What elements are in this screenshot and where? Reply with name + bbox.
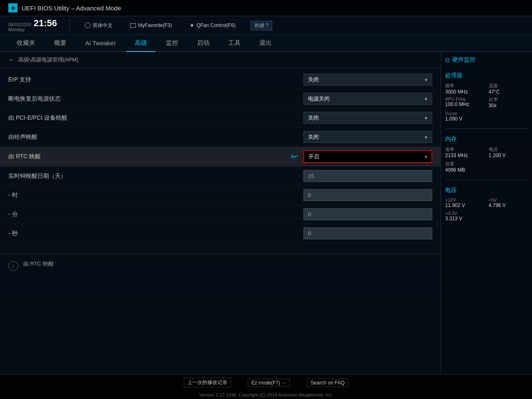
rtc-wake-select[interactable]: 开启 关闭 (303, 150, 432, 163)
rtc-wake-label: 由 RTC 映醒 (8, 153, 291, 160)
sidebar-divider-2 (445, 180, 528, 180)
tab-exit[interactable]: 退出 (251, 35, 280, 51)
rtc-second-label: - 秒 (8, 230, 303, 237)
freq-value: 3000 MHz (445, 89, 485, 95)
window-title: UEFI BIOS Utility – Advanced Mode (22, 5, 121, 12)
setting-row-power-restore: 断电恢复后电源状态 电源关闭 (0, 89, 441, 108)
tab-advanced[interactable]: 高级 (126, 35, 155, 52)
title-bar: ⊞ UEFI BIOS Utility – Advanced Mode (0, 0, 532, 16)
ez-mode-button[interactable]: Ez mode(F7) → (248, 379, 291, 387)
voltage-grid: +12V 11.902 V +5V 4.796 V (445, 197, 528, 208)
nav-tabs: 收藏夹 概要 Ai Tweaker 高级 监控 启动 工具 退出 (0, 35, 532, 52)
temp-value: 47°C (489, 89, 528, 95)
info-text: 由 RTC 映醒 (23, 260, 54, 268)
lang-button[interactable]: 简体中文 (82, 21, 115, 30)
favorite-button[interactable]: MyFavorite(F3) (128, 21, 174, 30)
voltage-title: 电压 (445, 187, 528, 194)
ring-wake-select-wrapper: 关闭 (303, 131, 432, 143)
tab-monitor[interactable]: 监控 (158, 35, 187, 51)
ring-wake-label: 由铃声映醒 (8, 133, 303, 141)
breadcrumb: ← 高级\高级电源管理(APM) (0, 52, 441, 68)
processor-title: 处理器 (445, 72, 528, 79)
power-restore-select[interactable]: 电源关闭 (303, 93, 432, 105)
time-display: 21:56 (34, 19, 57, 28)
ring-wake-select[interactable]: 关闭 (303, 131, 432, 143)
monitor-hw-icon: ⊡ (445, 57, 450, 63)
sidebar-hardware-title: ⊡ 硬件监控 (445, 56, 528, 64)
info-icon: i (8, 261, 18, 271)
temp-label: 温度 (489, 83, 528, 89)
v33-value: 3.313 V (445, 216, 528, 222)
v5-label: +5V (489, 197, 528, 202)
power-restore-select-wrapper: 电源关闭 (303, 93, 432, 105)
tab-ai-tweaker[interactable]: Ai Tweaker (77, 35, 124, 51)
memory-section: 内存 速率 2133 MHz 电压 1.200 V 容量 4096 MB (445, 135, 528, 173)
ratio-value: 30x (489, 103, 528, 108)
rtc-minute-input[interactable] (303, 208, 432, 220)
date-display: 08/03/2020 Monday (8, 22, 31, 32)
v5-value: 4.796 V (489, 202, 528, 208)
search-faq-button[interactable]: Search on FAQ (307, 379, 348, 387)
rtc-wake-text: 由 RTC 映醒 (8, 153, 41, 160)
tab-tools[interactable]: 工具 (220, 35, 249, 51)
pcie-wake-select[interactable]: 关闭 (303, 112, 432, 124)
apu-label: APU Freq (445, 96, 485, 101)
erp-select[interactable]: 关闭 (303, 74, 432, 86)
setting-row-rtc-second: - 秒 (0, 224, 441, 243)
last-change-button[interactable]: 上一次的修改记录 (184, 378, 231, 387)
fan-icon: ✦ (190, 22, 195, 29)
mem-capacity-label: 容量 (445, 161, 528, 167)
rtc-day-input[interactable] (303, 170, 432, 182)
qfan-button[interactable]: ✦ QFan Control(F6) (187, 21, 238, 30)
breadcrumb-path: 高级\高级电源管理(APM) (18, 56, 78, 64)
memory-grid: 速率 2133 MHz 电压 1.200 V (445, 146, 528, 158)
globe-icon (85, 22, 91, 28)
toolbar: 08/03/2020 Monday 21:56 简体中文 MyFavorite(… (0, 16, 532, 35)
version-text: Version 2.17.1246. Copyright (C) 2019 Am… (0, 391, 532, 399)
setting-row-erp: ErP 支持 关闭 (0, 70, 441, 89)
erp-select-wrapper: 关闭 (303, 74, 432, 86)
v33-label: +3.3V (445, 211, 528, 216)
step-indicator: 4↵ (291, 153, 298, 160)
rtc-hour-input[interactable] (303, 189, 432, 201)
footer: 上一次的修改记录 Ez mode(F7) → Search on FAQ (0, 374, 532, 391)
memory-title: 内存 (445, 135, 528, 143)
tab-overview[interactable]: 概要 (46, 35, 75, 51)
mem-voltage-label: 电压 (489, 146, 528, 153)
freq-label: 频率 (445, 83, 485, 89)
mem-capacity-value: 4096 MB (445, 167, 528, 173)
datetime-block: 08/03/2020 Monday 21:56 (8, 19, 57, 32)
sidebar-divider-1 (445, 128, 528, 129)
mem-speed-value: 2133 MHz (445, 153, 485, 158)
main-content: ← 高级\高级电源管理(APM) ErP 支持 关闭 断电恢复后电源状态 (0, 52, 441, 374)
tab-boot[interactable]: 启动 (189, 35, 218, 51)
setting-row-rtc-hour: - 时 (0, 186, 441, 205)
app-icon: ⊞ (8, 3, 17, 12)
toolbar-separator (69, 19, 70, 32)
processor-grid: 频率 3000 MHz 温度 47°C APU Freq 100.0 MHz 比… (445, 83, 528, 108)
tab-favorites[interactable]: 收藏夹 (8, 35, 44, 51)
processor-section: 处理器 频率 3000 MHz 温度 47°C APU Freq 100.0 M… (445, 72, 528, 122)
apu-value: 100.0 MHz (445, 101, 485, 107)
erp-label: ErP 支持 (8, 76, 303, 84)
back-arrow[interactable]: ← (8, 56, 15, 64)
v12-value: 11.902 V (445, 202, 485, 208)
mem-speed-label: 速率 (445, 146, 485, 153)
info-panel: i 由 RTC 映醒 (0, 254, 441, 277)
rtc-second-input[interactable] (303, 227, 432, 239)
v12-label: +12V (445, 197, 485, 202)
vcore-label: Vcore (445, 111, 528, 116)
rtc-hour-label: - 时 (8, 192, 303, 199)
pcie-wake-label: 由 PCI-E/PCI 设备映醒 (8, 114, 303, 122)
monitor-icon (130, 23, 136, 28)
power-restore-label: 断电恢复后电源状态 (8, 95, 303, 103)
vcore-value: 1.090 V (445, 116, 528, 122)
setting-row-ring-wake: 由铃声映醒 关闭 (0, 128, 441, 147)
sidebar: ⊡ 硬件监控 处理器 频率 3000 MHz 温度 47°C (441, 52, 532, 374)
settings-section: ErP 支持 关闭 断电恢复后电源状态 电源关闭 (0, 68, 441, 245)
hotkey-button[interactable]: 热键 ? (251, 21, 272, 30)
rtc-wake-select-wrapper: 开启 关闭 (303, 150, 432, 163)
mem-voltage-value: 1.200 V (489, 153, 528, 158)
setting-row-rtc-day: 实时钟映醒日期（天） (0, 167, 441, 186)
setting-row-rtc-minute: - 分 (0, 205, 441, 224)
